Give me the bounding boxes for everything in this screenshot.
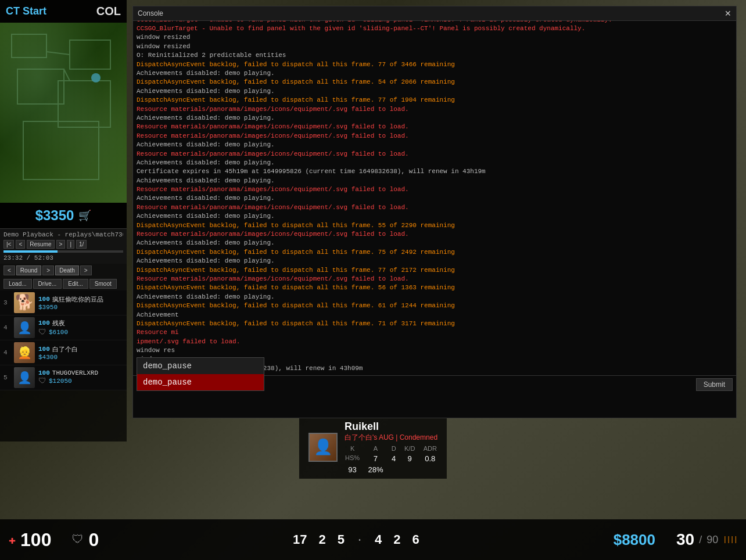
demo-prev-btn[interactable]: < bbox=[16, 240, 25, 249]
console-line: Resource materials/panorama/images/icons… bbox=[137, 150, 733, 159]
player-name-row: 100 残夜 bbox=[38, 319, 123, 328]
svg-rect-2 bbox=[70, 40, 110, 69]
player-hp: 100 bbox=[38, 320, 50, 326]
console-line: Achievement bbox=[137, 311, 733, 320]
health-icon: ✚ bbox=[9, 533, 16, 547]
player-card-info: Ruikell 白了个白's AUG | Condemned K A D K/D… bbox=[345, 421, 437, 474]
a-val: 4 bbox=[391, 454, 397, 463]
console-line: DispatchAsyncEvent backlog, failed to di… bbox=[137, 266, 733, 275]
console-line: Resource materials/panorama/images/icons… bbox=[137, 132, 733, 141]
round-prev-btn[interactable]: < bbox=[3, 265, 15, 275]
demo-back-btn[interactable]: |< bbox=[3, 240, 14, 249]
console-line: Resource materials/panorama/images/icons… bbox=[137, 123, 733, 131]
player-shield-icon: 🛡 bbox=[38, 376, 46, 386]
list-item: 4 👱 100 白了个白 $4300 bbox=[0, 340, 127, 365]
player-name: 残夜 bbox=[52, 319, 65, 328]
shield-icon: 🛡 bbox=[72, 533, 84, 547]
console-line: Achievements disabled: demo playing. bbox=[137, 69, 733, 78]
svg-line-5 bbox=[64, 69, 70, 81]
player-card-stats: K A D K/D ADR HS% 7 4 9 0.8 93 28% bbox=[345, 445, 437, 474]
d-val: 9 bbox=[404, 454, 416, 463]
console-line: Achievements disabled: demo playing. bbox=[137, 293, 733, 301]
console-line: Achievements disabled: demo playing. bbox=[137, 141, 733, 149]
console-line: Resource mi bbox=[137, 328, 733, 337]
edit-btn[interactable]: Edit... bbox=[63, 279, 88, 289]
console-window: Console ✕ Certificate expires in 45h29m … bbox=[132, 6, 737, 418]
console-line: ipment/.svg failed to load. bbox=[137, 338, 733, 346]
svg-rect-0 bbox=[12, 34, 46, 58]
player-hp: 100 bbox=[38, 346, 50, 353]
load-btn[interactable]: Load... bbox=[3, 279, 32, 289]
bottom-hud: ✚ 100 🛡 0 17 2 5 · 4 2 6 $8800 30 / 90 |… bbox=[0, 519, 746, 560]
player-avatar: 🐕 bbox=[14, 292, 35, 313]
console-line: Achievements disabled: demo playing. bbox=[137, 159, 733, 167]
a-label: A bbox=[367, 445, 383, 452]
drive-btn[interactable]: Drive... bbox=[33, 279, 62, 289]
player-name: THUGOVERLXRD bbox=[52, 369, 98, 376]
list-item: 3 🐕 100 疯狂偷吃你的豆品 $3950 bbox=[0, 290, 127, 315]
console-line: DispatchAsyncEvent backlog, failed to di… bbox=[137, 60, 733, 69]
console-line: Achievements disabled: demo playing. bbox=[137, 194, 733, 203]
demo-next-btn[interactable]: > bbox=[56, 240, 66, 249]
hud-armor: 0 bbox=[88, 529, 99, 551]
demo-resume-btn[interactable]: Resume bbox=[27, 240, 54, 249]
autocomplete-dropdown: demo_pausedemo_pause bbox=[137, 357, 264, 391]
adr-val: 93 bbox=[345, 465, 360, 474]
d-label: D bbox=[391, 445, 397, 452]
hud-ammo-dots: |||| bbox=[723, 536, 737, 544]
player-card: 👤 Ruikell 白了个白's AUG | Condemned K A D K… bbox=[299, 416, 447, 479]
smooth-btn[interactable]: Smoot bbox=[89, 279, 117, 289]
hud-score-3: 5 bbox=[338, 532, 345, 547]
demo-forward-btn[interactable]: | bbox=[67, 240, 74, 249]
console-submit-btn[interactable]: Submit bbox=[696, 378, 733, 391]
autocomplete-item[interactable]: demo_pause bbox=[137, 374, 264, 390]
console-line: window res bbox=[137, 346, 733, 355]
hud-score-6: 6 bbox=[413, 532, 419, 547]
player-avatar: 👤 bbox=[14, 317, 35, 338]
adr-label: ADR bbox=[423, 445, 438, 452]
hud-score-5: 2 bbox=[393, 532, 400, 547]
round-death-controls: < Round > Death > bbox=[0, 264, 127, 277]
player-list: 3 🐕 100 疯狂偷吃你的豆品 $3950 4 👤 bbox=[0, 290, 127, 390]
hud-score-sep: · bbox=[356, 533, 363, 547]
player-num: 4 bbox=[3, 324, 10, 331]
console-line: DispatchAsyncEvent backlog, failed to di… bbox=[137, 221, 733, 230]
console-line: Achievements disabled: demo playing. bbox=[137, 114, 733, 123]
demo-title: Demo Playback - replays\match730_C bbox=[3, 231, 123, 238]
demo-slider[interactable] bbox=[3, 250, 123, 253]
player-card-avatar: 👤 bbox=[309, 433, 338, 462]
hud-score-2: 2 bbox=[319, 532, 326, 547]
hud-left: ✚ 100 🛡 0 bbox=[0, 529, 107, 551]
money-display: $3350 🛒 bbox=[0, 203, 127, 228]
hud-ammo-max: 90 bbox=[706, 534, 718, 546]
ct-start-header: CT Start COL bbox=[0, 0, 127, 23]
console-line: Resource materials/panorama/images/icons… bbox=[137, 203, 733, 212]
player-name-row: 100 疯狂偷吃你的豆品 bbox=[38, 295, 123, 304]
ct-start-label: CT Start bbox=[6, 5, 46, 17]
autocomplete-item[interactable]: demo_pause bbox=[137, 358, 264, 374]
col-label: COL bbox=[96, 5, 121, 18]
demo-speed-btn[interactable]: 1/ bbox=[76, 240, 87, 249]
money-amount: $3350 bbox=[35, 207, 74, 224]
console-output[interactable]: Certificate expires in 45h29m at 1649995… bbox=[133, 21, 736, 375]
round-next-btn[interactable]: > bbox=[42, 265, 54, 275]
round-label-btn[interactable]: Round bbox=[16, 265, 41, 275]
hud-money: $8800 bbox=[614, 531, 655, 549]
hud-right: $8800 30 / 90 |||| bbox=[605, 530, 746, 549]
player-money-row: 🛡 $6100 bbox=[38, 328, 123, 337]
svg-rect-6 bbox=[23, 121, 99, 180]
player-name-row: 100 THUGOVERLXRD bbox=[38, 369, 123, 376]
hud-center-scores: 17 2 5 · 4 2 6 bbox=[107, 532, 604, 547]
player-hp: 100 bbox=[38, 296, 50, 303]
player-card-team: 白了个白's AUG | Condemned bbox=[345, 433, 437, 443]
console-line: DispatchAsyncEvent backlog, failed to di… bbox=[137, 248, 733, 257]
console-close-btn[interactable]: ✕ bbox=[725, 9, 731, 18]
death-next-btn[interactable]: > bbox=[80, 265, 92, 275]
player-money-row: $3950 bbox=[38, 304, 123, 311]
demo-slider-fill bbox=[3, 250, 58, 253]
list-item: 4 👤 100 残夜 🛡 $6100 bbox=[0, 315, 127, 340]
player-money: $12050 bbox=[49, 378, 72, 385]
death-label-btn[interactable]: Death bbox=[55, 265, 79, 275]
kd-label: K/D bbox=[404, 445, 416, 452]
console-line: Resource materials/panorama/images/icons… bbox=[137, 105, 733, 114]
